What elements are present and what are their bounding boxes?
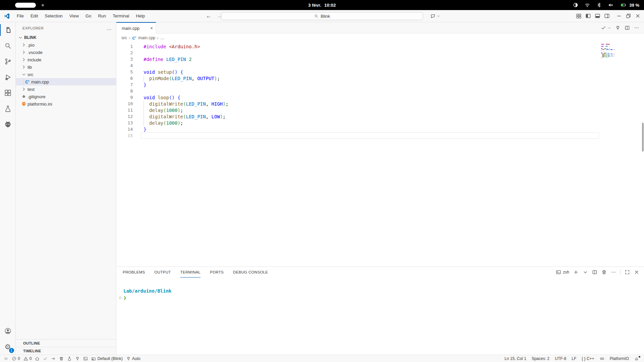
- statusbar-pio-test[interactable]: [65, 355, 73, 362]
- nav-back-button[interactable]: ←: [206, 13, 211, 19]
- code-line-6[interactable]: 6 pinMode(LED_PIN, OUTPUT);: [116, 75, 644, 81]
- activity-search[interactable]: [0, 38, 16, 54]
- line-number[interactable]: 14: [116, 127, 133, 132]
- line-number[interactable]: 10: [116, 101, 133, 106]
- statusbar-warnings[interactable]: 0: [22, 355, 34, 362]
- focus-moon-icon[interactable]: [573, 2, 579, 8]
- breadcrumb-item-main-cpp[interactable]: C+main.cpp: [132, 36, 155, 41]
- timeline-section[interactable]: TIMELINE: [16, 347, 116, 355]
- code-editor[interactable]: 1#include <Arduino.h>23#define LED_PIN 2…: [116, 42, 644, 266]
- line-number[interactable]: 2: [116, 50, 133, 55]
- code-line-15[interactable]: 15: [116, 132, 644, 139]
- outline-section[interactable]: OUTLINE: [16, 339, 116, 347]
- splitpanel-icon[interactable]: [592, 269, 597, 275]
- code-line-9[interactable]: 9void loop() {: [116, 94, 644, 101]
- menu-file[interactable]: File: [14, 12, 26, 20]
- line-number[interactable]: 8: [116, 88, 133, 94]
- tab-main-cpp[interactable]: main.cpp ×: [116, 22, 156, 34]
- statusbar-pio-port[interactable]: Auto: [124, 355, 142, 362]
- statusbar-indentation[interactable]: Spaces: 2: [530, 355, 551, 362]
- code-line-10[interactable]: 10 digitalWrite(LED_PIN, HIGH);: [116, 101, 644, 107]
- minimize-icon[interactable]: [616, 13, 622, 19]
- code-line-3[interactable]: 3#define LED_PIN 2: [116, 56, 644, 62]
- panel-tab-terminal[interactable]: TERMINAL: [180, 267, 201, 278]
- tab-close-icon[interactable]: ×: [150, 25, 153, 31]
- breadcrumb-item--[interactable]: …: [160, 36, 165, 40]
- code-line-11[interactable]: 11 delay(1000);: [116, 107, 644, 113]
- line-number[interactable]: 4: [116, 63, 133, 68]
- code-line-12[interactable]: 12 digitalWrite(LED_PIN, LOW);: [116, 113, 644, 120]
- statusbar-copilot-status[interactable]: [598, 355, 606, 362]
- statusbar-encoding[interactable]: UTF-8: [553, 355, 568, 362]
- code-line-1[interactable]: 1#include <Arduino.h>: [116, 43, 644, 50]
- statusbar-pio-serial-monitor[interactable]: [73, 355, 82, 362]
- ellipsis-icon[interactable]: [611, 269, 616, 275]
- expand-icon[interactable]: [625, 269, 630, 275]
- tree-item-lib[interactable]: lib: [16, 63, 116, 71]
- bluetooth-icon[interactable]: [596, 2, 602, 8]
- line-number[interactable]: 9: [116, 95, 133, 100]
- statusbar-pio-home[interactable]: [33, 355, 41, 362]
- statusbar-pio-upload[interactable]: [49, 355, 57, 362]
- code-line-4[interactable]: 4: [116, 62, 644, 69]
- statusbar-pio-build[interactable]: [41, 355, 49, 362]
- statusbar-pio-terminal[interactable]: [82, 355, 90, 362]
- check-icon[interactable]: [601, 25, 606, 31]
- statusbar-remote-indicator[interactable]: [2, 355, 10, 362]
- tree-item-src[interactable]: src: [16, 71, 116, 78]
- line-number[interactable]: 13: [116, 120, 133, 125]
- statusbar-notifications[interactable]: [633, 355, 641, 362]
- ellipsis-icon[interactable]: [634, 25, 639, 31]
- activity-extensions[interactable]: [0, 85, 16, 101]
- tree-item-include[interactable]: include: [16, 56, 116, 63]
- line-number[interactable]: 1: [116, 44, 133, 49]
- terminal-content[interactable]: Lab/arduino/Blink ❯: [116, 278, 644, 301]
- statusbar-errors[interactable]: 0: [10, 355, 22, 362]
- statusbar-cursor-position[interactable]: Ln 15, Col 1: [503, 355, 528, 362]
- command-center-search[interactable]: Blink: [221, 12, 423, 20]
- battery-indicator[interactable]: 39 %: [620, 2, 639, 8]
- panel-tab-ports[interactable]: PORTS: [210, 267, 224, 278]
- line-number[interactable]: 7: [116, 82, 133, 87]
- statusbar-language-mode[interactable]: { } C++: [580, 355, 596, 362]
- statusbar-pio-env[interactable]: Default (Blink): [90, 355, 124, 362]
- menu-terminal[interactable]: Terminal: [110, 12, 132, 20]
- menu-edit[interactable]: Edit: [28, 12, 41, 20]
- toggle-sidebar-icon[interactable]: [585, 13, 591, 19]
- line-number[interactable]: 11: [116, 108, 133, 113]
- close-icon[interactable]: [635, 13, 641, 19]
- activity-explorer[interactable]: [0, 22, 16, 38]
- line-number[interactable]: 3: [116, 57, 133, 62]
- plug-icon[interactable]: [615, 25, 621, 31]
- menu-help[interactable]: Help: [133, 12, 148, 20]
- statusbar-pio-clean[interactable]: [57, 355, 65, 362]
- terminal-shell-label[interactable]: zsh: [556, 269, 569, 275]
- tree-item-platformio-ini[interactable]: platformio.ini: [16, 100, 116, 108]
- breadcrumb-item-src[interactable]: src: [121, 36, 127, 40]
- menu-selection[interactable]: Selection: [42, 12, 65, 20]
- statusbar-eol[interactable]: LF: [570, 355, 578, 362]
- line-number[interactable]: 15: [116, 133, 133, 138]
- menu-run[interactable]: Run: [95, 12, 109, 20]
- code-line-14[interactable]: 14}: [116, 126, 644, 132]
- code-line-2[interactable]: 2: [116, 50, 644, 56]
- menu-view[interactable]: View: [67, 12, 82, 20]
- copilot-chat-button[interactable]: [430, 13, 440, 19]
- tree-item--gitignore[interactable]: .gitignore: [16, 93, 116, 100]
- chevdown-icon[interactable]: [607, 26, 611, 30]
- trash-icon[interactable]: [601, 269, 607, 275]
- panel-tab-problems[interactable]: PROBLEMS: [123, 267, 145, 278]
- line-number[interactable]: 5: [116, 69, 133, 74]
- chevdown-icon[interactable]: [583, 269, 588, 275]
- toggle-panel-icon[interactable]: [595, 13, 600, 19]
- statusbar-platformio-status[interactable]: PlatformIO: [608, 355, 631, 362]
- toggle-secondary-sidebar-icon[interactable]: [604, 13, 610, 19]
- activity-settings[interactable]: ⚙1: [0, 339, 16, 355]
- activity-run-debug[interactable]: [0, 69, 16, 85]
- code-line-7[interactable]: 7}: [116, 81, 644, 88]
- panel-tab-output[interactable]: OUTPUT: [154, 267, 171, 278]
- activity-accounts[interactable]: [0, 323, 16, 339]
- customize-layout-icon[interactable]: [576, 13, 582, 19]
- code-line-8[interactable]: 8: [116, 88, 644, 94]
- tree-item-test[interactable]: test: [16, 85, 116, 93]
